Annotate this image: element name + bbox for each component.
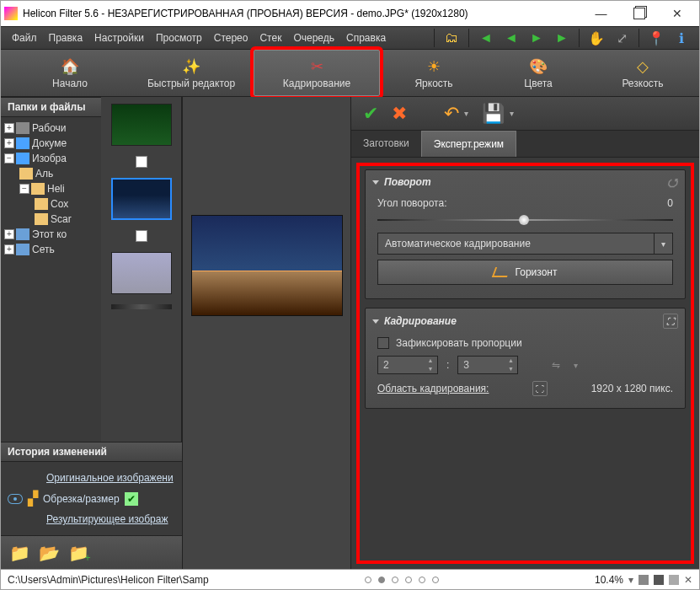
nav-fwd2-icon[interactable]: ►	[553, 29, 571, 47]
cancel-icon[interactable]: ✖	[392, 103, 407, 125]
mode-label: Начало	[52, 78, 88, 89]
chevron-down-icon: ▾	[655, 233, 673, 255]
add-file-icon[interactable]: 📁＋	[68, 543, 89, 563]
diamond-icon: ◇	[637, 57, 649, 76]
hand-icon[interactable]: ✋	[587, 29, 606, 47]
left-column: Папки и файлы +Рабочи +Докуме −Изобра Ал…	[1, 97, 183, 569]
nav-fwd-icon[interactable]: ►	[527, 29, 546, 47]
horizon-button[interactable]: Горизонт	[377, 260, 673, 285]
folder-icon[interactable]: 📁	[9, 543, 30, 563]
pin-icon[interactable]: 📍	[647, 29, 665, 47]
thumbnail-selected[interactable]	[111, 178, 172, 220]
menu-queue[interactable]: Очередь	[287, 32, 340, 44]
thumbnail-check[interactable]	[136, 230, 147, 242]
menu-view[interactable]: Просмотр	[150, 32, 208, 44]
history-result[interactable]: Результирующее изображ	[8, 510, 175, 528]
crop-area-value: 1920 x 1280 пикс.	[591, 383, 673, 394]
menu-settings[interactable]: Настройки	[88, 32, 150, 44]
swatch-icon[interactable]	[669, 575, 679, 585]
mode-quick-editor[interactable]: ✨ Быстрый редактор	[132, 50, 250, 96]
mode-brightness[interactable]: ☀ Яркость	[383, 50, 484, 96]
menu-edit[interactable]: Правка	[43, 32, 89, 44]
mode-colors[interactable]: 🎨 Цвета	[488, 50, 589, 96]
palette-icon: 🎨	[529, 57, 548, 76]
menu-file[interactable]: Файл	[6, 32, 43, 44]
zoomfit-icon[interactable]: ⤢	[612, 29, 631, 47]
undo-icon[interactable]: ↶	[444, 103, 459, 125]
swatch-icon[interactable]	[654, 575, 664, 585]
tab-presets[interactable]: Заготовки	[351, 131, 421, 157]
apply-icon[interactable]: ✔	[363, 103, 378, 125]
fullscreen-icon[interactable]: ⛶	[532, 381, 548, 396]
save-icon[interactable]: 💾	[482, 103, 505, 125]
window-title: Helicon Filter 5.6 - НЕЗАРЕГИСТРИРОВАННА…	[23, 8, 582, 19]
section-crop: Кадрирование⛶ Зафиксировать пропорции 2▲…	[365, 308, 686, 409]
reset-icon[interactable]: ⭯	[666, 175, 678, 189]
expand-icon[interactable]: ⛶	[663, 314, 678, 329]
auto-crop-select[interactable]: Автоматическое кадрирование ▾	[377, 233, 673, 255]
folders-icon[interactable]: 🗂	[442, 29, 461, 47]
mode-label: Яркость	[414, 78, 452, 89]
ratio-w-input[interactable]: 2▲▼	[377, 356, 438, 374]
folders-header: Папки и файлы	[1, 97, 101, 117]
ratio-h-input[interactable]: 3▲▼	[457, 356, 518, 374]
menu-help[interactable]: Справка	[340, 32, 392, 44]
fix-proportions-label: Зафиксировать пропорции	[396, 337, 522, 349]
mode-label: Быстрый редактор	[147, 78, 235, 89]
thumbnail[interactable]	[111, 252, 172, 294]
nav-back-icon[interactable]: ◄	[477, 29, 495, 47]
lock-icon[interactable]: ⇋	[552, 359, 560, 371]
ruler-icon	[491, 267, 510, 277]
crop-step-icon: ▞	[28, 491, 38, 507]
undo-dropdown[interactable]: ▾	[464, 109, 468, 118]
section-rotate: Поворот⭯ Угол поворота: 0 Автоматическое…	[365, 169, 686, 299]
status-path: C:\Users\Admin\Pictures\Helicon Filter\S…	[8, 574, 209, 586]
close-small-icon[interactable]: ✕	[684, 574, 692, 586]
folder-tree[interactable]: +Рабочи +Докуме −Изобра Аль −Heli Cox Sc…	[1, 117, 101, 442]
mode-label: Резкость	[622, 78, 663, 89]
status-bar: C:\Users\Admin\Pictures\Helicon Filter\S…	[1, 569, 699, 589]
swatch-icon[interactable]	[639, 575, 649, 585]
thumbnail-check[interactable]	[136, 156, 147, 168]
wand-icon: ✨	[182, 57, 200, 76]
nav-back2-icon[interactable]: ◄	[502, 29, 521, 47]
collapse-icon[interactable]	[372, 319, 379, 324]
app-window: Helicon Filter 5.6 - НЕЗАРЕГИСТРИРОВАННА…	[0, 0, 700, 590]
menu-stack[interactable]: Стек	[254, 32, 287, 44]
mode-crop[interactable]: ✂ Кадрирование	[254, 50, 380, 96]
mode-start[interactable]: 🏠 Начало	[11, 50, 129, 96]
home-icon: 🏠	[61, 57, 79, 76]
mode-sharpness[interactable]: ◇ Резкость	[592, 50, 693, 96]
thumb-scrollbar[interactable]	[111, 304, 172, 309]
right-column: ✔ ✖ ↶▾ 💾▾ Заготовки Эксперт.режим Поворо…	[351, 97, 699, 569]
eye-icon	[8, 494, 23, 504]
collapse-icon[interactable]	[372, 180, 379, 185]
thumbnail[interactable]	[111, 104, 172, 146]
main-area: Папки и файлы +Рабочи +Докуме −Изобра Ал…	[1, 97, 699, 569]
mode-bar: 🏠 Начало ✨ Быстрый редактор ✂ Кадрирован…	[1, 50, 699, 97]
history-original[interactable]: Оригинальное изображени	[8, 469, 175, 487]
menubar: Файл Правка Настройки Просмотр Стерео Ст…	[1, 26, 699, 50]
zoom-dropdown[interactable]: ▾	[628, 574, 633, 586]
titlebar: Helicon Filter 5.6 - НЕЗАРЕГИСТРИРОВАННА…	[1, 1, 699, 26]
save-dropdown[interactable]: ▾	[510, 109, 514, 118]
crop-area-label[interactable]: Область кадрирования:	[377, 383, 489, 394]
restore-button[interactable]	[620, 2, 658, 25]
tab-expert[interactable]: Эксперт.режим	[421, 131, 516, 157]
info-icon[interactable]: ℹ	[672, 29, 691, 47]
minimize-button[interactable]: —	[582, 2, 620, 25]
image-preview	[191, 215, 343, 316]
close-button[interactable]: ✕	[658, 2, 696, 25]
image-preview-area[interactable]	[183, 97, 351, 569]
history-crop[interactable]: ▞ Обрезка/размер ✔	[8, 487, 175, 510]
open-file-icon[interactable]: 📂	[39, 543, 60, 563]
check-icon: ✔	[125, 492, 138, 506]
fix-proportions-checkbox[interactable]	[377, 337, 389, 349]
angle-slider[interactable]	[377, 214, 673, 226]
scissors-icon: ✂	[311, 57, 323, 76]
mode-label: Цвета	[524, 78, 552, 89]
menu-stereo[interactable]: Стерео	[208, 32, 254, 44]
app-icon	[4, 7, 18, 20]
ratio-dropdown[interactable]: ▾	[574, 361, 578, 370]
expert-panel: Поворот⭯ Угол поворота: 0 Автоматическое…	[356, 163, 694, 564]
